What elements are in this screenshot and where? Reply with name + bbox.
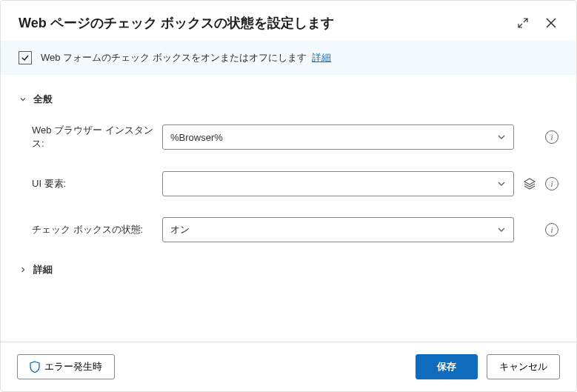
dialog-footer: エラー発生時 保存 キャンセル: [1, 342, 576, 391]
ui-element-picker-icon[interactable]: [523, 177, 536, 190]
details-link[interactable]: 詳細: [312, 52, 331, 63]
info-icon[interactable]: i: [545, 130, 558, 144]
shield-icon: [30, 361, 40, 373]
dropdown-browser-instance[interactable]: %Browser%: [162, 124, 514, 150]
chevron-down-icon: [497, 179, 506, 188]
close-icon[interactable]: [544, 16, 558, 30]
label-checkbox-state: チェック ボックスの状態:: [32, 223, 162, 236]
dropdown-ui-element[interactable]: [162, 171, 514, 196]
info-icon[interactable]: i: [545, 223, 558, 236]
chevron-down-icon: [497, 225, 506, 234]
header-actions: [516, 16, 558, 30]
dialog-header: Web ページのチェック ボックスの状態を設定します: [1, 1, 576, 41]
checkbox-icon: [19, 51, 32, 64]
banner-text-wrap: Web フォームのチェック ボックスをオンまたはオフにします 詳細: [41, 51, 331, 64]
chevron-right-icon: [19, 265, 27, 274]
dialog-title: Web ページのチェック ボックスの状態を設定します: [19, 14, 334, 32]
section-advanced-label: 詳細: [33, 263, 53, 276]
row-ui-element: UI 要素: i: [19, 171, 558, 196]
dropdown-browser-value: %Browser%: [170, 132, 223, 143]
label-browser-instance: Web ブラウザー インスタンス:: [32, 124, 162, 150]
section-general-label: 全般: [33, 93, 53, 106]
chevron-down-icon: [497, 133, 506, 142]
banner-description: Web フォームのチェック ボックスをオンまたはオフにします: [41, 52, 307, 63]
on-error-button[interactable]: エラー発生時: [17, 354, 115, 379]
info-banner: Web フォームのチェック ボックスをオンまたはオフにします 詳細: [1, 41, 576, 75]
section-advanced-toggle[interactable]: 詳細: [19, 263, 558, 276]
cancel-button[interactable]: キャンセル: [487, 354, 560, 379]
expand-icon[interactable]: [516, 16, 530, 30]
info-icon[interactable]: i: [545, 177, 558, 190]
label-ui-element: UI 要素:: [32, 177, 162, 190]
dropdown-checkbox-state-value: オン: [170, 223, 190, 236]
save-label: 保存: [437, 360, 456, 373]
row-browser-instance: Web ブラウザー インスタンス: %Browser% i: [19, 124, 558, 150]
dropdown-checkbox-state[interactable]: オン: [162, 217, 514, 242]
cancel-label: キャンセル: [499, 360, 547, 373]
save-button[interactable]: 保存: [416, 354, 478, 379]
on-error-label: エラー発生時: [44, 360, 102, 373]
section-general-toggle[interactable]: 全般: [19, 93, 558, 106]
chevron-down-icon: [19, 95, 27, 104]
footer-right: 保存 キャンセル: [416, 354, 560, 379]
dialog-content: 全般 Web ブラウザー インスタンス: %Browser% i UI 要素:: [1, 75, 576, 342]
row-checkbox-state: チェック ボックスの状態: オン i: [19, 217, 558, 242]
